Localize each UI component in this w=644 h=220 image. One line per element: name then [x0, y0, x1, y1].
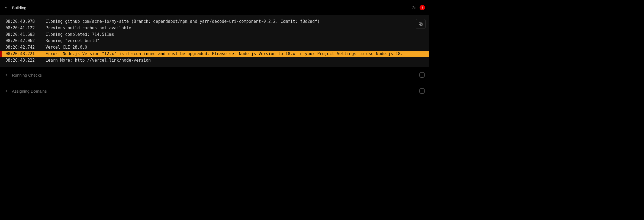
log-message: Cloning completed: 714.511ms	[46, 32, 429, 38]
log-message: Error: Node.js Version "12.x" is discont…	[46, 51, 429, 57]
log-timestamp: 08:20:41.122	[5, 25, 46, 31]
status-error-badge: !	[420, 5, 425, 10]
log-line: 08:20:41.122Previous build caches not av…	[0, 25, 429, 32]
section-domains: Assigning Domains	[0, 83, 429, 99]
build-duration: 2s	[412, 5, 416, 10]
status-pending-icon	[419, 88, 425, 94]
log-timestamp: 08:20:42.062	[5, 38, 46, 44]
log-message: Cloning github.com/acme-io/my-site (Bran…	[46, 19, 429, 25]
log-line: 08:20:43.221Error: Node.js Version "12.x…	[0, 51, 429, 57]
section-title: Building	[12, 5, 412, 10]
status-pending-icon	[419, 72, 425, 78]
log-line: 08:20:42.742Vercel CLI 28.6.0	[0, 44, 429, 51]
section-checks: Running Checks	[0, 67, 429, 83]
log-timestamp: 08:20:41.693	[5, 32, 46, 38]
log-message: Learn More: http://vercel.link/node-vers…	[46, 58, 429, 64]
section-building: Building 2s ! 08:20:40.978Cloning github…	[0, 0, 429, 67]
chevron-right-icon	[4, 89, 9, 93]
log-message: Vercel CLI 28.6.0	[46, 45, 429, 51]
section-header-building[interactable]: Building 2s !	[0, 0, 429, 15]
log-timestamp: 08:20:43.222	[5, 58, 46, 64]
log-message: Running "vercel build"	[46, 38, 429, 44]
build-log-panel: 08:20:40.978Cloning github.com/acme-io/m…	[0, 15, 429, 67]
log-line: 08:20:42.062Running "vercel build"	[0, 38, 429, 44]
log-timestamp: 08:20:43.221	[5, 51, 46, 57]
copy-icon	[418, 21, 423, 26]
log-message: Previous build caches not available	[46, 25, 429, 31]
log-line: 08:20:40.978Cloning github.com/acme-io/m…	[0, 18, 429, 25]
section-header-checks[interactable]: Running Checks	[0, 67, 429, 83]
section-header-domains[interactable]: Assigning Domains	[0, 83, 429, 99]
log-timestamp: 08:20:40.978	[5, 19, 46, 25]
log-line: 08:20:41.693Cloning completed: 714.511ms	[0, 32, 429, 38]
chevron-right-icon	[4, 73, 9, 77]
section-title: Assigning Domains	[12, 89, 419, 93]
copy-logs-button[interactable]	[416, 19, 426, 29]
section-title: Running Checks	[12, 73, 419, 77]
log-timestamp: 08:20:42.742	[5, 45, 46, 51]
build-log-lines: 08:20:40.978Cloning github.com/acme-io/m…	[0, 18, 429, 64]
chevron-down-icon	[4, 5, 9, 10]
log-line: 08:20:43.222Learn More: http://vercel.li…	[0, 57, 429, 64]
